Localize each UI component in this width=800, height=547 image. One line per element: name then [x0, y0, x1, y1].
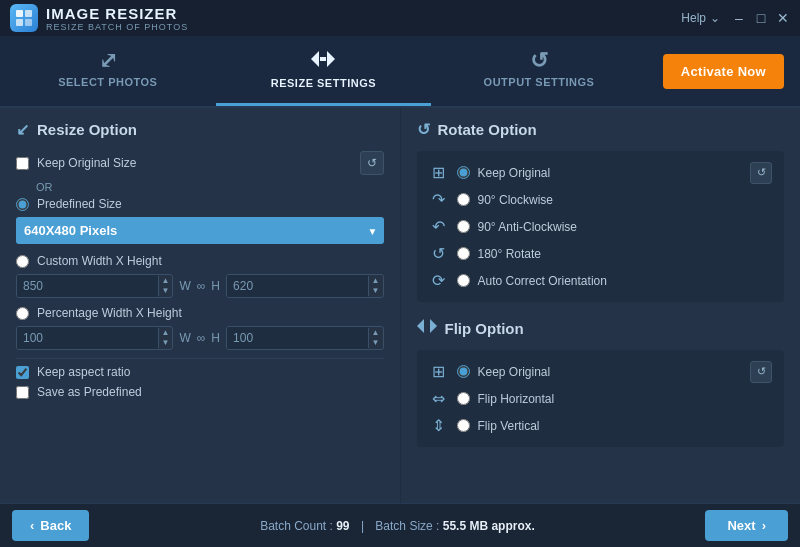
back-label: Back [40, 518, 71, 533]
svg-rect-0 [16, 10, 23, 17]
back-chevron-icon: ‹ [30, 518, 34, 533]
custom-height-wrap: ▲ ▼ [226, 274, 383, 298]
flip-reset-row: ⊞ Keep Original ↺ [429, 358, 773, 385]
rotate-180-radio[interactable] [457, 247, 470, 260]
w-label: W [179, 279, 190, 293]
help-chevron-icon: ⌄ [710, 11, 720, 25]
keep-aspect-ratio-row: Keep aspect ratio [16, 365, 384, 379]
predefined-size-radio[interactable] [16, 198, 29, 211]
rotate-keep-original-row: ⊞ Keep Original [429, 159, 751, 186]
keep-original-size-label: Keep Original Size [37, 156, 136, 170]
resize-option-panel: ↙ Resize Option Keep Original Size ↺ OR … [0, 108, 401, 503]
percent-width-wrap: ▲ ▼ [16, 326, 173, 350]
custom-height-input[interactable] [227, 275, 368, 297]
activate-btn-wrap: Activate Now [647, 36, 800, 106]
keep-original-size-checkbox[interactable] [16, 157, 29, 170]
back-button[interactable]: ‹ Back [12, 510, 89, 541]
resize-settings-icon [311, 49, 335, 73]
tab-resize-settings-label: RESIZE SETTINGS [271, 77, 376, 89]
rotate-reset-button[interactable]: ↺ [750, 162, 772, 184]
flip-option-header: Flip Option [417, 318, 785, 338]
keep-aspect-ratio-checkbox[interactable] [16, 366, 29, 379]
percent-width-down[interactable]: ▼ [159, 338, 173, 348]
percent-height-down[interactable]: ▼ [369, 338, 383, 348]
help-label: Help [681, 11, 706, 25]
minimize-button[interactable]: – [732, 11, 746, 25]
svg-marker-7 [417, 319, 424, 333]
percent-height-input[interactable] [227, 327, 368, 349]
save-as-predefined-checkbox[interactable] [16, 386, 29, 399]
flip-horizontal-icon: ⇔ [429, 389, 449, 408]
w-label-2: W [179, 331, 190, 345]
custom-width-input[interactable] [17, 275, 158, 297]
percent-height-up[interactable]: ▲ [369, 328, 383, 338]
predefined-size-row: Predefined Size [16, 197, 384, 211]
flip-reset-button[interactable]: ↺ [750, 361, 772, 383]
flip-vertical-row: ⇕ Flip Vertical [429, 412, 773, 439]
batch-size-label: Batch Size : [375, 519, 439, 533]
rotate-option-section: ↺ Rotate Option ⊞ Keep Original ↺ ↷ 90° … [417, 120, 785, 302]
rotate-90acw-radio[interactable] [457, 220, 470, 233]
flip-keep-original-label: Keep Original [478, 365, 551, 379]
custom-height-down[interactable]: ▼ [369, 286, 383, 296]
rotate-keep-original-label: Keep Original [478, 166, 551, 180]
percent-width-up[interactable]: ▲ [159, 328, 173, 338]
percentage-radio[interactable] [16, 307, 29, 320]
rotate-180-row: ↺ 180° Rotate [429, 240, 773, 267]
custom-width-height-label: Custom Width X Height [37, 254, 162, 268]
help-button[interactable]: Help ⌄ [681, 11, 720, 25]
custom-dimension-row: ▲ ▼ W ∞ H ▲ ▼ [16, 274, 384, 298]
rotate-option-title: Rotate Option [438, 121, 537, 138]
custom-height-spinner: ▲ ▼ [368, 276, 383, 296]
nav-bar: ⤢ SELECT PHOTOS RESIZE SETTINGS ↺ OUTPUT… [0, 36, 800, 108]
percent-width-input[interactable] [17, 327, 158, 349]
flip-option-title: Flip Option [445, 320, 524, 337]
bottom-bar: ‹ Back Batch Count : 99 | Batch Size : 5… [0, 503, 800, 547]
link-icon-2: ∞ [197, 331, 206, 345]
percentage-row: Percentage Width X Height [16, 306, 384, 320]
flip-horizontal-row: ⇔ Flip Horizontal [429, 385, 773, 412]
activate-now-button[interactable]: Activate Now [663, 54, 784, 89]
custom-width-up[interactable]: ▲ [159, 276, 173, 286]
flip-vertical-radio[interactable] [457, 419, 470, 432]
keep-aspect-ratio-label: Keep aspect ratio [37, 365, 130, 379]
svg-rect-2 [16, 19, 23, 26]
flip-vertical-icon: ⇕ [429, 416, 449, 435]
custom-height-up[interactable]: ▲ [369, 276, 383, 286]
tab-select-photos[interactable]: ⤢ SELECT PHOTOS [0, 36, 216, 106]
flip-keep-original-radio[interactable] [457, 365, 470, 378]
predefined-dropdown-wrap: 640X480 Pixels 800X600 Pixels 1024X768 P… [16, 217, 384, 244]
title-bar-left: IMAGE RESIZER RESIZE BATCH OF PHOTOS [10, 4, 188, 32]
batch-count-label: Batch Count : [260, 519, 333, 533]
close-button[interactable]: ✕ [776, 11, 790, 25]
svg-rect-6 [320, 57, 326, 61]
app-subtitle: RESIZE BATCH OF PHOTOS [46, 22, 188, 32]
tab-select-photos-label: SELECT PHOTOS [58, 76, 157, 88]
app-title-block: IMAGE RESIZER RESIZE BATCH OF PHOTOS [46, 5, 188, 32]
batch-size-value: 55.5 MB approx. [443, 519, 535, 533]
h-label-2: H [211, 331, 220, 345]
save-as-predefined-row: Save as Predefined [16, 385, 384, 399]
custom-width-down[interactable]: ▼ [159, 286, 173, 296]
resize-option-icon: ↙ [16, 120, 29, 139]
window-controls: – □ ✕ [732, 11, 790, 25]
svg-rect-1 [25, 10, 32, 17]
predefined-size-label: Predefined Size [37, 197, 122, 211]
tab-resize-settings[interactable]: RESIZE SETTINGS [216, 36, 432, 106]
save-as-predefined-label: Save as Predefined [37, 385, 142, 399]
percentage-dimension-row: ▲ ▼ W ∞ H ▲ ▼ [16, 326, 384, 350]
h-label: H [211, 279, 220, 293]
rotate-90cw-radio[interactable] [457, 193, 470, 206]
next-button[interactable]: Next › [705, 510, 788, 541]
flip-horizontal-radio[interactable] [457, 392, 470, 405]
flip-keep-icon: ⊞ [429, 362, 449, 381]
predefined-size-select[interactable]: 640X480 Pixels 800X600 Pixels 1024X768 P… [16, 217, 384, 244]
rotate-keep-original-radio[interactable] [457, 166, 470, 179]
tab-output-settings[interactable]: ↺ OUTPUT SETTINGS [431, 36, 647, 106]
custom-size-radio[interactable] [16, 255, 29, 268]
svg-marker-5 [327, 51, 335, 67]
right-panel: ↺ Rotate Option ⊞ Keep Original ↺ ↷ 90° … [401, 108, 801, 503]
resize-reset-button[interactable]: ↺ [360, 151, 384, 175]
maximize-button[interactable]: □ [754, 11, 768, 25]
rotate-auto-radio[interactable] [457, 274, 470, 287]
